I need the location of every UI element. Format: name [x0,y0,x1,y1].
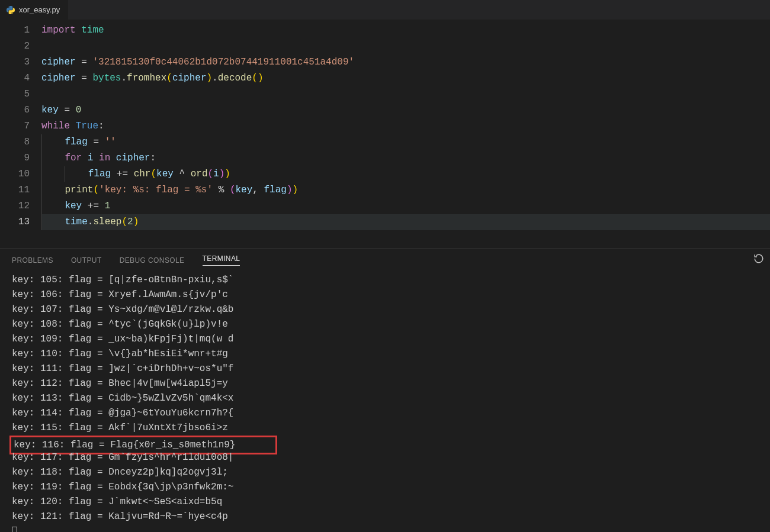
line-number: 6 [0,102,30,118]
code-line: flag += chr(key ^ ord(i)) [41,166,770,182]
terminal-output[interactable]: key: 105: flag = [q|zfe-oBtnBn-pxiu,s$`k… [0,269,770,532]
code-line: time.sleep(2) [41,214,770,230]
line-number: 3 [0,54,30,70]
code-pane: 1 2 3 4 5 6 7 8 9 10 11 12 13 import tim… [0,20,770,230]
line-number: 9 [0,150,30,166]
terminal-cursor-line [12,524,758,532]
terminal-line: key: 118: flag = Dnceyz2p]kq]q2ogvj3l; [12,465,758,480]
code-line: cipher = bytes.fromhex(cipher).decode() [41,70,770,86]
terminal-line: key: 111: flag = ]wz|`c+iDrhDh+v~os*u"f [12,362,758,376]
terminal-line: key: 121: flag = Kaljvu=Rd~R~=`hye<c4p [12,510,758,524]
line-number: 5 [0,86,30,102]
tab-terminal[interactable]: TERMINAL [203,254,240,266]
code-line: flag = '' [41,134,770,150]
python-file-icon [6,5,15,15]
code-line: key += 1 [41,198,770,214]
tab-problems[interactable]: PROBLEMS [12,256,53,265]
terminal-line: key: 116: flag = Flag{x0r_is_s0meth1n9} [12,436,758,450]
code-line: key = 0 [41,102,770,118]
tab-output[interactable]: OUTPUT [71,256,102,265]
line-number: 2 [0,38,30,54]
line-number: 8 [0,134,30,150]
line-number-gutter: 1 2 3 4 5 6 7 8 9 10 11 12 13 [0,22,41,230]
code-line: while True: [41,118,770,134]
terminal-line: key: 113: flag = Cidb~}5wZlvZv5h`qm4k<x [12,391,758,406]
tab-debug-console[interactable]: DEBUG CONSOLE [120,256,185,265]
terminal-line: key: 109: flag = _ux~ba)kFpjFj)t|mq(w d [12,332,758,347]
panel-tabs: PROBLEMS OUTPUT DEBUG CONSOLE TERMINAL [0,249,770,269]
line-number: 13 [0,214,30,230]
code-line [41,86,770,102]
terminal-line: key: 119: flag = Eobdx{3q\jp\p3nfwk2m:~ [12,480,758,495]
tab-filename: xor_easy.py [19,5,60,14]
terminal-line: key: 106: flag = Xryef.lAwmAm.s{jv/p'c [12,288,758,302]
code-line [41,38,770,54]
line-number: 10 [0,166,30,182]
terminal-cursor [12,527,17,532]
terminal-line: key: 115: flag = Akf`|7uXntXt7jbso6i>z [12,421,758,436]
code-line: for i in cipher: [41,150,770,166]
bottom-panel: PROBLEMS OUTPUT DEBUG CONSOLE TERMINAL k… [0,248,770,532]
code-line: cipher = '321815130f0c44062b1d072b074419… [41,54,770,70]
editor-tab[interactable]: xor_easy.py [0,0,68,20]
code-content[interactable]: import time cipher = '321815130f0c44062b… [41,22,770,230]
terminal-line: key: 110: flag = \v{}ab*hEsiEi*wnr+t#g [12,347,758,362]
terminal-line: key: 112: flag = Bhec|4v[mw[w4iapl5j=y [12,376,758,391]
terminal-line: key: 114: flag = @jga}~6tYouYu6kcrn7h?{ [12,406,758,421]
editor-area: xor_easy.py 1 2 3 4 5 6 7 8 9 10 11 12 1… [0,0,770,230]
terminal-line: key: 105: flag = [q|zfe-oBtnBn-pxiu,s$` [12,273,758,288]
terminal-line: key: 117: flag = Gm`fzy1s^hr^r1ldui0o8| [12,450,758,465]
line-number: 11 [0,182,30,198]
line-number: 12 [0,198,30,214]
terminal-line: key: 107: flag = Ys~xdg/m@vl@l/rzkw.q&b [12,302,758,317]
code-line: print('key: %s: flag = %s' % (key, flag)… [41,182,770,198]
line-number: 4 [0,70,30,86]
line-number: 1 [0,22,30,38]
code-line: import time [41,22,770,38]
terminal-line: key: 120: flag = J`mkwt<~SeS<aixd=b5q [12,495,758,510]
tab-bar: xor_easy.py [0,0,770,20]
panel-action-icon[interactable] [753,253,764,266]
terminal-line: key: 108: flag = ^tyc`(jGqkGk(u}lp)v!e [12,317,758,332]
line-number: 7 [0,118,30,134]
